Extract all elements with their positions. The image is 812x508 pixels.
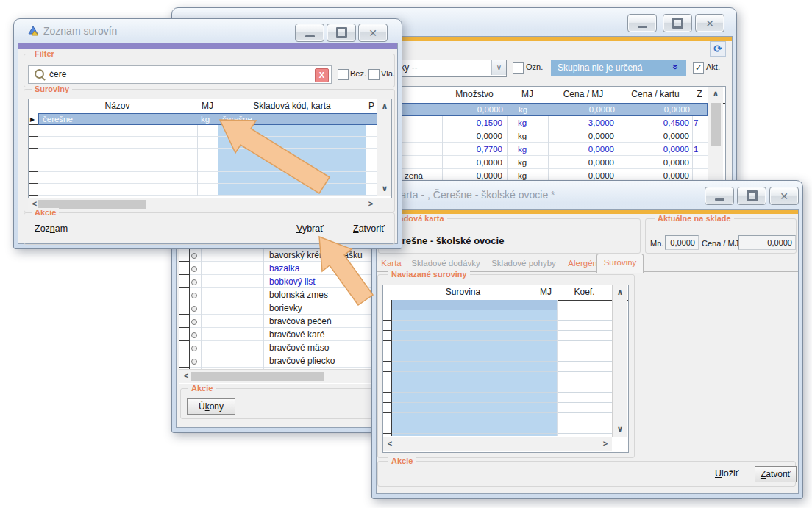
clear-search-button[interactable]: X [315, 68, 329, 82]
minimize-icon [638, 26, 647, 28]
cell-mj: kg [518, 156, 527, 169]
list-item[interactable]: borievky [269, 301, 302, 315]
col-cena-mj[interactable]: Cena / MJ [548, 87, 619, 102]
col-cena-kartu[interactable]: Cena / kartu [619, 87, 692, 102]
suroviny-group-label: Suroviny [32, 85, 72, 94]
suroviny-group: Suroviny Názov MJ Skladová kód, karta P … [24, 89, 395, 212]
accent-bar [18, 43, 397, 49]
maximize-button[interactable] [737, 187, 766, 205]
col-z[interactable]: Z [692, 87, 707, 102]
maximize-icon [672, 18, 683, 29]
maximize-button[interactable] [663, 14, 692, 32]
cell-cena-kartu: 0,0000 [619, 143, 689, 156]
list-item[interactable]: bravčové pliecko [269, 354, 335, 368]
tab-skladove-dodavky[interactable]: Skladové dodávky [408, 255, 483, 271]
titlebar[interactable]: Zoznam surovín ✕ [14, 19, 402, 43]
zatvorit-button[interactable]: Zatvoriť [755, 466, 797, 482]
skupina-field[interactable]: Skupina nie je určená » [551, 60, 686, 76]
vertical-scrollbar[interactable]: ∧ ∨ [612, 285, 627, 437]
scroll-left-icon[interactable]: < [385, 438, 395, 450]
scroll-down-icon[interactable]: ∨ [380, 183, 390, 195]
refresh-button[interactable]: ⟳ [710, 41, 726, 57]
close-icon: ✕ [780, 191, 788, 201]
vertical-scrollbar[interactable]: ∧ ∨ [377, 99, 392, 196]
ozn-checkbox[interactable] [513, 62, 524, 74]
bez-checkbox[interactable] [338, 69, 349, 80]
cell-z: 7 [694, 116, 698, 129]
mn-field[interactable]: 0,0000 [665, 235, 699, 250]
item-name: Čerešne - školské ovocie [390, 235, 504, 246]
scroll-up-icon[interactable]: ∧ [615, 287, 625, 298]
scroll-down-icon[interactable]: ∨ [615, 423, 625, 435]
list-item[interactable]: bravčové mäso [269, 341, 329, 354]
akcie-group: Akcie Zoznam Vybrať Zatvoriť [24, 212, 395, 245]
naviazane-group-label: Naviazané suroviny [388, 270, 470, 279]
scroll-right-icon[interactable]: > [366, 198, 376, 210]
close-button[interactable]: ✕ [695, 14, 724, 32]
vla-checkbox[interactable] [368, 69, 380, 80]
ukony-button[interactable]: Úkony [187, 398, 235, 415]
app-icon [27, 25, 39, 37]
close-button[interactable]: ✕ [358, 24, 388, 42]
list-item[interactable]: bravčové karé [269, 328, 324, 341]
tab-skladove-pohyby[interactable]: Skladové pohyby [486, 255, 561, 271]
search-input[interactable]: čere X [28, 65, 332, 84]
cell-mnozstvo: 0,0000 [442, 156, 502, 169]
scroll-up-icon[interactable]: ∧ [380, 101, 390, 112]
col-nazov[interactable]: Názov [38, 99, 197, 112]
scroll-left-icon[interactable]: < [181, 371, 191, 382]
cell-z: 1 [694, 143, 698, 156]
suroviny-table[interactable]: Názov MJ Skladová kód, karta P ▶ čerešne… [28, 99, 392, 198]
zoznam-button[interactable]: Zoznam [35, 223, 68, 234]
tab-suroviny-active[interactable]: Suroviny [596, 254, 644, 273]
scroll-right-icon[interactable]: > [600, 438, 610, 450]
col-mnozstvo[interactable]: Množstvo [442, 87, 507, 102]
horizontal-scrollbar[interactable]: < > [383, 437, 612, 451]
akcie-group-label: Akcie [32, 208, 59, 218]
list-item[interactable]: bavorský krém v prášku [269, 248, 363, 262]
window-body: Filter čere X Bez. Vla. Suroviny Názov M… [18, 43, 398, 244]
cell-cena-mj: 0,0000 [548, 129, 614, 143]
double-chevron-down-icon[interactable]: » [671, 64, 681, 70]
tab-karta[interactable]: Karta [377, 255, 405, 271]
cell-mj: kg [518, 116, 527, 129]
scrollbar-thumb[interactable] [191, 372, 324, 381]
maximize-button[interactable] [327, 24, 356, 42]
horizontal-scrollbar[interactable]: < > [28, 198, 377, 210]
col-koef[interactable]: Koef. [557, 285, 612, 299]
titlebar[interactable]: Skladová karta - , Čerešne - školské ovo… [372, 181, 802, 209]
list-item[interactable]: bazalka [269, 262, 299, 275]
row-marker-icon [191, 279, 197, 285]
list-item[interactable]: bobkový list [269, 275, 316, 288]
list-item[interactable]: bolonská zmes [269, 288, 328, 301]
col-mj[interactable]: MJ [507, 87, 548, 102]
cena-mj-field[interactable]: 0,0000 [738, 235, 796, 250]
cell-cena-mj: 0,0000 [549, 104, 615, 115]
dropdown-arrow-icon[interactable]: ∨ [491, 60, 506, 75]
col-mj[interactable]: MJ [535, 285, 557, 299]
akcie-group: Akcie Uložiť Zatvoriť [377, 461, 796, 487]
refresh-icon: ⟳ [713, 43, 722, 54]
scroll-up-icon[interactable]: ∧ [710, 88, 721, 100]
cell-cena-kartu: 0,0000 [619, 156, 689, 169]
minimize-button[interactable] [627, 14, 657, 32]
akt-checkbox[interactable]: ✓ [693, 62, 704, 74]
table-row-selected[interactable]: čerešne kg čerešne [38, 113, 377, 125]
minimize-button[interactable] [705, 187, 734, 205]
row-marker-icon [191, 319, 197, 325]
ingredients-table[interactable]: Surovina MJ Koef. < > ∧ [382, 285, 629, 453]
list-item[interactable]: bravčová pečeň [269, 315, 332, 328]
cell-mnozstvo: 0,0000 [443, 104, 503, 115]
col-kod[interactable]: Skladová kód, karta [218, 99, 366, 112]
row-selector-column [383, 300, 392, 436]
col-mj[interactable]: MJ [197, 99, 218, 112]
close-button[interactable]: ✕ [769, 187, 799, 205]
col-surovina[interactable]: Surovina [391, 285, 535, 299]
scrollbar-thumb[interactable] [710, 103, 721, 146]
minimize-button[interactable] [295, 24, 324, 42]
close-icon: ✕ [368, 28, 377, 38]
zatvorit-button[interactable]: Zatvoriť [353, 223, 385, 234]
vybrat-button[interactable]: Vybrať [296, 223, 324, 234]
ulozit-button[interactable]: Uložiť [715, 468, 738, 479]
cell-mj: kg [201, 114, 210, 124]
